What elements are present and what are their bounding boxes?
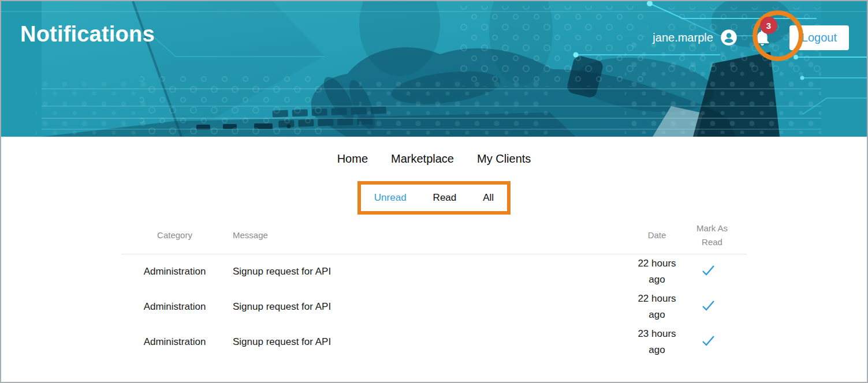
main-content: Home Marketplace My Clients Unread Read … [1,151,867,360]
logout-button[interactable]: Logout [789,25,849,50]
check-icon[interactable] [700,262,716,279]
mark-as-read-cell [687,290,747,325]
mark-as-read-cell [687,325,747,360]
page-title: Notifications [20,22,155,47]
tab-read[interactable]: Read [420,185,470,211]
date-cell: 23 hours ago [627,325,687,360]
table-row: Administration Signup request for API 22… [121,290,747,325]
main-nav: Home Marketplace My Clients [1,151,867,167]
tabs-container: Unread Read All [1,181,867,215]
category-cell: Administration [121,254,228,290]
message-cell: Signup request for API [228,290,627,325]
category-cell: Administration [121,325,228,360]
username-label: jane.marple [653,31,713,44]
user-area: jane.marple 3 Logout [653,24,849,51]
column-header-category: Category [121,220,228,254]
annotation-box: Unread Read All [357,181,511,215]
tab-unread[interactable]: Unread [361,185,420,211]
column-header-message: Message [228,220,627,254]
message-cell: Signup request for API [228,254,627,290]
table-header-row: Category Message Date Mark As Read [121,220,747,254]
column-header-date: Date [627,220,687,254]
column-header-mark-as-read: Mark As Read [687,220,747,254]
notifications-table: Category Message Date Mark As Read Admin… [121,220,747,360]
mark-as-read-cell [687,254,747,290]
page-header-banner: Notifications jane.marple 3 Logout [1,1,867,137]
category-cell: Administration [121,290,228,325]
check-icon[interactable] [700,298,716,314]
table-row: Administration Signup request for API 22… [121,254,747,290]
check-icon[interactable] [700,333,716,349]
date-cell: 22 hours ago [627,254,687,290]
notification-count-badge: 3 [760,17,777,34]
account-circle-icon[interactable] [720,29,737,46]
nav-item-my-clients[interactable]: My Clients [477,151,531,167]
nav-item-home[interactable]: Home [337,151,368,167]
bell-icon[interactable]: 3 [752,27,772,48]
date-cell: 22 hours ago [627,290,687,325]
tab-all[interactable]: All [470,185,507,211]
table-row: Administration Signup request for API 23… [121,325,747,360]
message-cell: Signup request for API [228,325,627,360]
nav-item-marketplace[interactable]: Marketplace [391,151,454,167]
screenshot-frame: Notifications jane.marple 3 Logout [0,0,868,383]
